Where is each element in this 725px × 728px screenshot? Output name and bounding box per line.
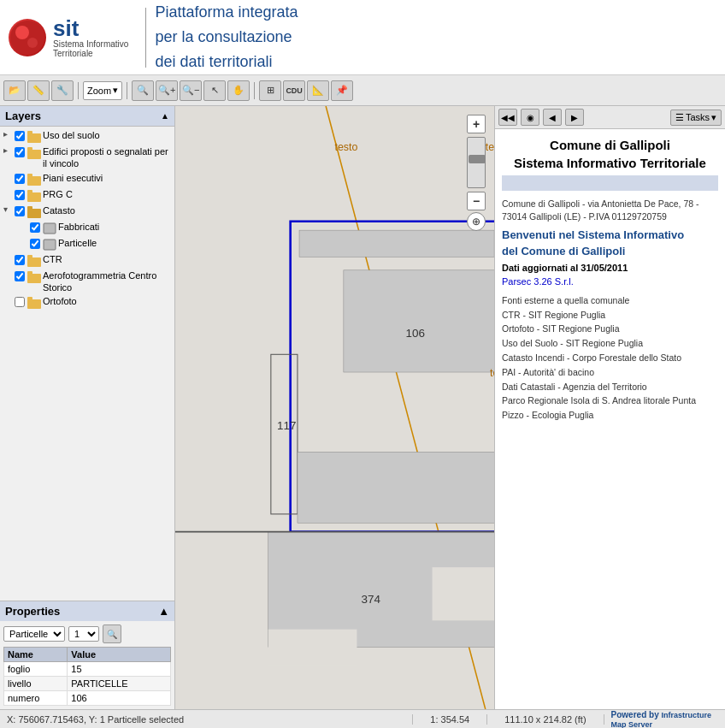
layer-icon-particelle (43, 238, 56, 252)
properties-header[interactable]: Properties ▲ (0, 601, 174, 621)
powered-by-label: Powered by (611, 710, 659, 719)
layer-check-uso[interactable] (15, 131, 25, 141)
source-item: Catasto Incendi - Corpo Forestale dello … (502, 351, 718, 365)
layer-item-edifici[interactable]: ▸ Edifici proposti o segnalati per il vi… (2, 145, 173, 171)
folder-icon-uso (27, 130, 41, 144)
table-row: livelloPARTICELLE (4, 677, 171, 691)
layer-item-particelle[interactable]: ▸ Particelle (2, 236, 173, 252)
select-btn[interactable]: ↖ (203, 80, 226, 101)
layer-item-uso-del-suolo[interactable]: ▸ Uso del suolo (2, 128, 173, 145)
layers-header[interactable]: Layers ▲ (0, 106, 174, 127)
layers-btn[interactable]: ⊞ (259, 80, 281, 101)
map-slider-thumb[interactable] (469, 155, 486, 163)
layer-check-ortofoto[interactable] (15, 297, 25, 307)
right-toolbar: ◀◀ ◉ ◀ ▶ ☰ Tasks ▾ (495, 106, 725, 129)
svg-rect-3 (27, 133, 41, 143)
source-item: Dati Catastali - Agenzia del Territorio (502, 380, 718, 394)
svg-rect-12 (27, 206, 32, 210)
measure-btn[interactable]: 📏 (27, 80, 50, 101)
map-zoom-out-btn[interactable]: − (467, 192, 486, 210)
prop-col-value: Value (68, 648, 171, 662)
logo-area: sit Sistema Informativo Territoriale (0, 10, 137, 65)
properties-id-select[interactable]: 1 (68, 626, 99, 642)
map-zoom-in-btn[interactable]: + (467, 115, 486, 133)
toolbar-sep-2 (127, 82, 127, 99)
svg-rect-24 (299, 230, 494, 257)
prop-value: 106 (68, 691, 171, 706)
layer-expand-catasto[interactable]: ▾ (3, 204, 14, 214)
tasks-icon: ☰ (675, 112, 684, 123)
properties-collapse-icon[interactable]: ▲ (158, 605, 169, 618)
map-pan-btn[interactable]: ⊕ (467, 212, 486, 231)
open-btn[interactable]: 📂 (3, 80, 26, 101)
layer-item-fabbricati[interactable]: ▸ Fabbricati (2, 220, 173, 236)
pin-btn[interactable]: 📌 (331, 80, 353, 101)
header-divider (145, 8, 146, 68)
tasks-dropdown-icon: ▾ (711, 112, 716, 123)
layer-item-ortofoto[interactable]: ▸ Ortofoto (2, 294, 173, 311)
right-prev-btn[interactable]: ◉ (521, 109, 539, 126)
tool-btn[interactable]: 🔧 (51, 80, 74, 101)
folder-icon-edifici (27, 146, 41, 160)
tasks-label: Tasks (686, 112, 710, 122)
pan-btn[interactable]: ✋ (227, 80, 250, 101)
svg-rect-7 (27, 176, 41, 186)
logo-icon (9, 19, 46, 56)
layer-item-prg[interactable]: ▸ PRG C (2, 187, 173, 204)
logo-sit: sit (53, 17, 128, 39)
layer-item-ctr[interactable]: ▸ CTR (2, 252, 173, 269)
zoom-out-btn[interactable]: 🔍− (180, 80, 202, 101)
svg-rect-30 (268, 630, 357, 665)
header: sit Sistema Informativo Territoriale Pia… (0, 0, 725, 75)
prop-value: 15 (68, 662, 171, 677)
layers-collapse-btn[interactable]: ▲ (161, 111, 169, 121)
prop-name: foglio (4, 662, 68, 677)
properties-title: Properties (5, 605, 60, 618)
layer-check-particelle[interactable] (30, 239, 40, 249)
layer-check-catasto[interactable] (15, 206, 25, 216)
properties-layer-select[interactable]: Particelle (3, 626, 65, 642)
statusbar: X: 756067.715463, Y: 1 Particelle select… (0, 709, 725, 728)
map-zoom-slider[interactable] (467, 137, 486, 188)
layer-check-piani[interactable] (15, 174, 25, 184)
zoom-in-btn[interactable]: 🔍+ (156, 80, 178, 101)
layer-check-fabbricati[interactable] (30, 222, 40, 233)
layer-label-uso: Uso del suolo (43, 129, 100, 141)
tasks-btn[interactable]: ☰ Tasks ▾ (670, 109, 722, 126)
cdu-btn[interactable]: CDU (283, 80, 305, 101)
right-forward-btn[interactable]: ▶ (565, 109, 584, 126)
layer-item-piani[interactable]: ▸ Piani esecutivi (2, 171, 173, 187)
layer-expand-edifici[interactable]: ▸ (3, 145, 14, 155)
layers-section: Layers ▲ ▸ Uso del suolo ▸ (0, 106, 174, 601)
layer-check-prg[interactable] (15, 190, 25, 200)
zoom-dropdown-icon[interactable]: ▾ (113, 85, 118, 96)
right-sources: Fonti esterne a quella comunaleCTR - SIT… (502, 293, 718, 423)
svg-text:testo: testo (486, 141, 494, 153)
layer-item-aerofoto[interactable]: ▸ Aerofotogrammetria Centro Storico (2, 269, 173, 295)
zoom-control[interactable]: Zoom ▾ (83, 81, 122, 100)
identify-btn[interactable]: 🔍 (132, 80, 154, 101)
logo-subtext: Sistema Informativo Territoriale (53, 39, 128, 58)
layer-check-aerofoto[interactable] (15, 271, 25, 281)
right-collapse-btn[interactable]: ◀◀ (498, 109, 517, 126)
svg-rect-17 (27, 274, 41, 283)
svg-point-1 (15, 26, 29, 39)
svg-text:374: 374 (362, 593, 381, 606)
properties-search-btn[interactable]: 🔍 (103, 624, 121, 643)
right-back-btn[interactable]: ◀ (543, 109, 562, 126)
map-area[interactable]: testo testo testo 106 117 374 + − ⊕ (175, 106, 494, 709)
measure2-btn[interactable]: 📐 (307, 80, 329, 101)
layer-label-ortofoto: Ortofoto (43, 295, 77, 307)
right-parsec-link[interactable]: Parsec 3.26 S.r.l. (502, 276, 718, 287)
svg-rect-8 (27, 174, 32, 177)
right-address: Comune di Gallipoli - via Antonietta De … (502, 198, 718, 222)
layer-label-fabbricati: Fabbricati (58, 221, 99, 233)
layer-item-catasto[interactable]: ▾ Catasto (2, 204, 173, 220)
status-scale: 1: 354.54 (412, 714, 487, 725)
right-title-line1: Comune di Gallipoli (502, 136, 718, 154)
svg-rect-9 (27, 192, 41, 202)
layer-check-ctr[interactable] (15, 255, 25, 265)
layer-check-edifici[interactable] (15, 147, 25, 157)
layer-expand-uso[interactable]: ▸ (3, 129, 14, 139)
svg-rect-15 (27, 257, 41, 267)
